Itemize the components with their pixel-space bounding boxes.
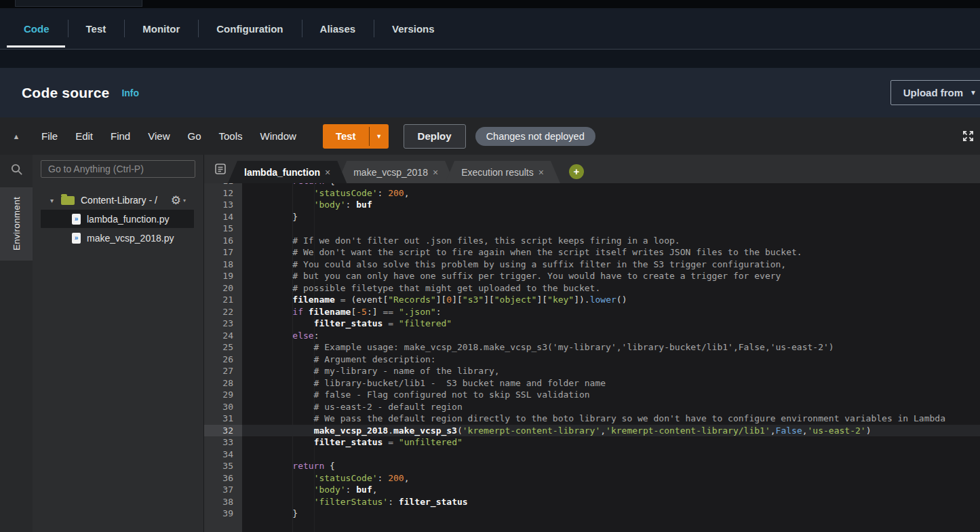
- code-line: 38 'filterStatus': filter_status: [204, 496, 980, 508]
- tree-folder-row[interactable]: ▾ Content-Library - / ⚙ ▾: [33, 191, 203, 209]
- fullscreen-icon[interactable]: [962, 130, 975, 142]
- code-line: 27 # my-library - name of the library,: [204, 365, 980, 377]
- menu-find[interactable]: Find: [102, 130, 139, 142]
- test-button-label: Test: [323, 124, 369, 149]
- info-link[interactable]: Info: [121, 88, 139, 98]
- close-tab-icon[interactable]: ×: [325, 167, 330, 178]
- line-number: 12: [204, 187, 242, 200]
- goto-anything-input[interactable]: [41, 160, 195, 178]
- menu-window[interactable]: Window: [252, 130, 305, 142]
- search-icon[interactable]: [0, 155, 33, 183]
- collapse-panel-icon[interactable]: ▲: [0, 132, 33, 140]
- code-line: 18 # You could also solve this problem b…: [204, 259, 980, 271]
- test-dropdown-icon[interactable]: ▼: [370, 124, 389, 149]
- nav-tab-versions[interactable]: Versions: [374, 8, 453, 49]
- close-tab-icon[interactable]: ×: [538, 167, 544, 178]
- file-label: make_vcsp_2018.py: [87, 233, 174, 244]
- code-line: 30 # us-east-2 - default region: [204, 401, 980, 413]
- code-text: if filename[-5:] == ".json":: [242, 306, 980, 318]
- editor-menubar: ▲ FileEditFindViewGoToolsWindow Test ▼ D…: [0, 117, 980, 155]
- code-line: 17 # We don't want the script to fire ag…: [204, 246, 980, 259]
- line-number: 21: [204, 294, 242, 306]
- code-text: }: [242, 211, 980, 223]
- gear-icon: ⚙: [171, 195, 181, 206]
- editor-tab-lambda-function[interactable]: lambda_function×: [228, 161, 347, 183]
- upload-from-button[interactable]: Upload from ▼: [890, 80, 980, 105]
- code-line: 22 if filename[-5:] == ".json":: [204, 306, 980, 318]
- line-number: 14: [204, 211, 242, 223]
- code-line: 24 else:: [204, 330, 980, 342]
- code-line: 13 'body': buf: [204, 199, 980, 211]
- code-line: 25 # Example usage: make_vcsp_2018.make_…: [204, 341, 980, 354]
- code-text: # but you can only have one suffix per t…: [242, 270, 980, 282]
- nav-tab-configuration[interactable]: Configuration: [198, 8, 301, 49]
- file-label: lambda_function.py: [87, 214, 169, 225]
- code-text: return {: [242, 460, 980, 472]
- line-number: 28: [204, 377, 242, 390]
- nav-tab-monitor[interactable]: Monitor: [124, 8, 198, 49]
- code-text: filter_status = "filtered": [242, 318, 980, 330]
- header-fragment: [15, 0, 142, 7]
- editor-pane: lambda_function×make_vcsp_2018×Execution…: [203, 155, 980, 532]
- line-number: 19: [204, 270, 242, 282]
- line-number: 13: [204, 199, 242, 211]
- code-lines: 11 return {12 'statusCode': 200,13 'body…: [204, 183, 980, 520]
- nav-tab-test[interactable]: Test: [68, 8, 125, 49]
- file-tree-panel: ▾ Content-Library - / ⚙ ▾ »lambda_functi…: [33, 155, 203, 532]
- code-text: # false - Flag configured not to skip SS…: [242, 389, 980, 401]
- tree-settings-button[interactable]: ⚙ ▾: [171, 195, 186, 206]
- code-text: 'statusCode': 200,: [242, 472, 980, 484]
- code-text: # We don't want the script to fire again…: [242, 246, 980, 259]
- line-number: 33: [204, 436, 242, 449]
- deploy-button[interactable]: Deploy: [404, 124, 466, 149]
- tab-list-icon[interactable]: [208, 162, 233, 176]
- nav-tab-aliases[interactable]: Aliases: [302, 8, 374, 49]
- code-text: # You could also solve this problem by u…: [242, 259, 980, 271]
- code-line: 35 return {: [204, 460, 980, 472]
- menu-file[interactable]: File: [33, 130, 66, 142]
- folder-disclosure-icon[interactable]: ▾: [50, 197, 61, 204]
- code-text: filename = (event["Records"][0]["s3"]["o…: [242, 294, 980, 306]
- editor-tab-make-vcsp-2018[interactable]: make_vcsp_2018×: [337, 161, 454, 183]
- code-editor-area[interactable]: 11 return {12 'statusCode': 200,13 'body…: [204, 183, 980, 532]
- environment-label: Environment: [12, 197, 22, 250]
- tree-file-lambda-function-py[interactable]: »lambda_function.py: [41, 210, 194, 228]
- folder-icon: [61, 196, 75, 205]
- code-text: # us-east-2 - default region: [242, 401, 980, 413]
- code-text: # library-bucket/lib1 - S3 bucket name a…: [242, 377, 980, 390]
- editor-tab-label: make_vcsp_2018: [353, 167, 428, 178]
- code-text: [242, 223, 980, 235]
- code-line: 36 'statusCode': 200,: [204, 472, 980, 484]
- code-line: 39 }: [204, 508, 980, 520]
- file-list: »lambda_function.py»make_vcsp_2018.py: [33, 209, 203, 248]
- sidebar-tab-environment[interactable]: Environment: [0, 187, 33, 261]
- line-number: 22: [204, 306, 242, 318]
- line-number: 24: [204, 330, 242, 342]
- line-number: 18: [204, 259, 242, 271]
- close-tab-icon[interactable]: ×: [433, 167, 438, 178]
- tree-file-make-vcsp-2018-py[interactable]: »make_vcsp_2018.py: [41, 229, 194, 247]
- code-line: 33 filter_status = "unfiltered": [204, 436, 980, 449]
- new-tab-button[interactable]: +: [569, 164, 584, 179]
- line-number: 39: [204, 508, 242, 520]
- menu-tools[interactable]: Tools: [210, 130, 251, 142]
- code-text: 'body': buf: [242, 199, 980, 211]
- menu-go[interactable]: Go: [178, 130, 210, 142]
- code-editor-ide: ▲ FileEditFindViewGoToolsWindow Test ▼ D…: [0, 117, 980, 532]
- code-line: 31 # We pass the default region directly…: [204, 413, 980, 425]
- left-rail: Environment: [0, 155, 33, 532]
- line-number: 17: [204, 246, 242, 259]
- menu-view[interactable]: View: [139, 130, 178, 142]
- line-number: 36: [204, 472, 242, 484]
- test-button[interactable]: Test ▼: [323, 124, 389, 149]
- code-text: [242, 449, 980, 461]
- upload-from-label: Upload from: [903, 87, 963, 98]
- editor-tab-execution-results[interactable]: Execution results×: [445, 161, 560, 183]
- page-title: Code source: [22, 85, 109, 101]
- code-line: 28 # library-bucket/lib1 - S3 bucket nam…: [204, 377, 980, 390]
- nav-tab-code[interactable]: Code: [5, 8, 68, 49]
- line-number: 26: [204, 354, 242, 366]
- menu-edit[interactable]: Edit: [66, 130, 102, 142]
- editor-tab-label: Execution results: [461, 167, 534, 178]
- python-file-icon: »: [72, 214, 81, 225]
